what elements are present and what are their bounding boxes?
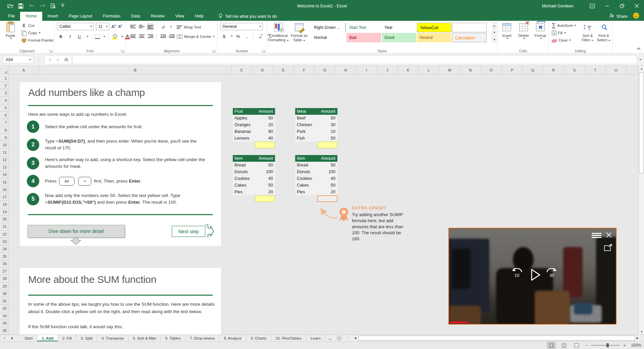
page-layout-view-button[interactable] bbox=[559, 342, 569, 349]
redo-icon[interactable] bbox=[40, 3, 46, 9]
col-header-b[interactable]: B bbox=[39, 66, 231, 74]
top-align-icon[interactable] bbox=[129, 23, 136, 30]
sheet-tab-7-drop-downs[interactable]: 7. Drop-downs bbox=[185, 335, 220, 341]
gallery-up-icon[interactable] bbox=[492, 23, 496, 29]
cut-button[interactable]: Cut bbox=[20, 22, 55, 29]
col-header-t[interactable]: T bbox=[585, 66, 606, 74]
row-header-19[interactable]: 19 bbox=[0, 208, 8, 216]
sheet-tab-6-tables[interactable]: 6. Tables bbox=[161, 335, 185, 341]
sheet-tab-9-charts[interactable]: 9. Charts bbox=[247, 335, 271, 341]
sum-cell-yellow[interactable] bbox=[255, 195, 275, 202]
zoom-out-button[interactable]: − bbox=[585, 343, 588, 348]
clear-button[interactable]: Clear bbox=[551, 37, 577, 44]
row-header-24[interactable]: 24 bbox=[0, 245, 8, 253]
row-header-5[interactable]: 5 bbox=[0, 104, 8, 112]
share-button[interactable]: Share bbox=[609, 12, 628, 21]
col-header-a[interactable]: A bbox=[8, 66, 39, 74]
cell-style-good[interactable]: Good bbox=[382, 33, 416, 42]
delete-cells-button[interactable]: Delete bbox=[515, 22, 533, 48]
grow-font-icon[interactable]: A bbox=[111, 24, 116, 29]
align-left-icon[interactable] bbox=[129, 33, 136, 40]
alignment-dialog-launcher[interactable] bbox=[213, 49, 216, 52]
user-name[interactable]: Michael Gordeev bbox=[542, 4, 574, 8]
zoom-slider[interactable] bbox=[591, 343, 620, 348]
name-box[interactable]: A54 bbox=[3, 56, 34, 64]
sheet-tab-3-split[interactable]: 3. Split bbox=[76, 335, 97, 341]
col-header-p[interactable]: P bbox=[502, 66, 523, 74]
video-player[interactable]: 10 30 bbox=[448, 228, 616, 325]
conditional-formatting-button[interactable]: Conditional Formatting bbox=[268, 22, 289, 48]
ribbon-tab-page-layout[interactable]: Page Layout bbox=[63, 12, 98, 21]
col-header-d[interactable]: D bbox=[252, 66, 273, 74]
cancel-icon[interactable]: × bbox=[46, 57, 54, 62]
borders-icon[interactable] bbox=[95, 34, 100, 39]
normal-view-button[interactable] bbox=[547, 342, 556, 349]
row-header-8[interactable]: 8 bbox=[0, 127, 8, 134]
video-progress-bar[interactable] bbox=[450, 321, 468, 323]
gallery-expand-icon[interactable] bbox=[492, 37, 496, 42]
cell-style-year[interactable]: Year bbox=[382, 23, 416, 32]
maximize-icon[interactable] bbox=[614, 0, 629, 12]
col-header-e[interactable]: E bbox=[273, 66, 294, 74]
dive-down-button[interactable]: Dive down for more detail bbox=[28, 225, 125, 238]
skip-back-10-button[interactable]: 10 bbox=[509, 268, 524, 284]
col-header-c[interactable]: C bbox=[231, 66, 252, 74]
ribbon-tab-data[interactable]: Data bbox=[126, 12, 145, 21]
copy-button[interactable]: Copy bbox=[20, 29, 55, 37]
row-header-9[interactable]: 9 bbox=[0, 134, 8, 141]
fill-button[interactable]: ↓Fill bbox=[551, 29, 577, 37]
skip-forward-30-button[interactable]: 30 bbox=[544, 268, 559, 284]
middle-align-icon[interactable] bbox=[138, 23, 145, 30]
sheet-tab-5-sort-filter[interactable]: 5. Sort & filter bbox=[128, 335, 161, 341]
row-header-34[interactable]: 34 bbox=[0, 320, 8, 327]
format-as-table-button[interactable]: Format as Table bbox=[289, 22, 309, 48]
orientation-icon[interactable]: ab bbox=[160, 23, 167, 30]
row-header-21[interactable]: 21 bbox=[0, 223, 8, 231]
cell-style-neutral[interactable]: Neutral bbox=[417, 33, 451, 42]
font-dialog-launcher[interactable] bbox=[121, 49, 124, 52]
row-header-22[interactable]: 22 bbox=[0, 231, 8, 238]
row-header-16[interactable]: 16 bbox=[0, 186, 8, 193]
row-header-11[interactable]: 11 bbox=[0, 149, 8, 156]
horizontal-scrollbar[interactable] bbox=[354, 336, 638, 341]
ribbon-tab-view[interactable]: View bbox=[170, 12, 190, 21]
horizontal-scroll-thumb[interactable] bbox=[359, 336, 635, 341]
row-header-17[interactable]: 17 bbox=[0, 193, 8, 201]
cell-style-start-text[interactable]: Start Text bbox=[346, 23, 381, 32]
sum-cell-yellow[interactable] bbox=[255, 142, 275, 148]
row-header-10[interactable]: 10 bbox=[0, 141, 8, 149]
bottom-align-icon[interactable] bbox=[147, 23, 154, 30]
feedback-smiley-icon[interactable] bbox=[633, 12, 639, 20]
cell-style-blank[interactable] bbox=[452, 23, 487, 32]
autosum-button[interactable]: ∑AutoSum bbox=[551, 22, 577, 29]
format-cells-button[interactable]: Format bbox=[531, 22, 549, 48]
video-popout-icon[interactable] bbox=[604, 244, 613, 251]
row-header-1[interactable]: 1 bbox=[0, 74, 8, 82]
ribbon-tab-help[interactable]: Help bbox=[190, 12, 209, 21]
wrap-text-button[interactable]: Wrap Text bbox=[176, 23, 202, 31]
col-header-k[interactable]: K bbox=[398, 66, 419, 74]
cell-style-bad[interactable]: Bad bbox=[346, 33, 381, 42]
page-break-view-button[interactable] bbox=[572, 342, 582, 349]
col-header-s[interactable]: S bbox=[564, 66, 585, 74]
vertical-scroll-thumb[interactable] bbox=[639, 72, 644, 173]
expand-formula-bar-icon[interactable] bbox=[639, 59, 641, 60]
row-header-3[interactable]: 3 bbox=[0, 89, 8, 97]
scroll-up-icon[interactable] bbox=[639, 66, 644, 71]
col-header-n[interactable]: N bbox=[460, 66, 481, 74]
align-right-icon[interactable] bbox=[147, 33, 154, 40]
minimize-icon[interactable] bbox=[600, 0, 614, 12]
ribbon-tab-formulas[interactable]: Formulas bbox=[98, 12, 126, 21]
video-menu-icon[interactable] bbox=[592, 233, 601, 234]
insert-function-icon[interactable]: fx bbox=[62, 57, 70, 62]
col-header-h[interactable]: H bbox=[335, 66, 356, 74]
scroll-down-icon[interactable] bbox=[639, 329, 644, 335]
qat-customize-icon[interactable] bbox=[61, 3, 67, 9]
font-size-select[interactable]: 11 bbox=[96, 23, 109, 30]
col-header-f[interactable]: F bbox=[294, 66, 315, 74]
undo-icon[interactable] bbox=[29, 3, 35, 9]
zoom-slider-thumb[interactable] bbox=[606, 343, 609, 347]
ribbon-display-options-icon[interactable] bbox=[585, 0, 600, 12]
save-icon[interactable] bbox=[18, 3, 24, 9]
print-preview-icon[interactable] bbox=[50, 3, 56, 9]
